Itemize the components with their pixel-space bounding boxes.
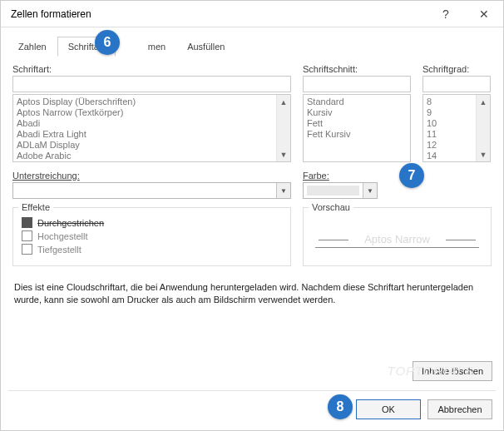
tab-zahlen[interactable]: Zahlen [7, 37, 57, 57]
style-label: Schriftschnitt: [303, 64, 411, 74]
list-item[interactable]: Fett [307, 118, 407, 129]
font-label: Schriftart: [12, 64, 291, 74]
dialog-title: Zellen formatieren [11, 8, 427, 20]
ok-button[interactable]: OK [356, 399, 421, 419]
preview-legend: Vorschau [309, 202, 353, 212]
tab-bar: Zahlen Schriftart Ramen Ausfüllen [1, 27, 503, 56]
list-item[interactable]: Fett Kursiv [307, 129, 407, 140]
chevron-down-icon[interactable]: ▼ [277, 147, 290, 161]
style-input[interactable] [303, 76, 411, 92]
cancel-button[interactable]: Abbrechen [427, 399, 492, 419]
font-listbox[interactable]: Aptos Display (Überschriften) Aptos Narr… [12, 94, 291, 162]
clear-contents-button[interactable]: Inhalte löschen [413, 361, 492, 381]
close-button[interactable]: ✕ [465, 1, 503, 27]
checkbox-icon [22, 230, 32, 241]
size-scrollbar[interactable]: ▲ ▼ [476, 95, 490, 161]
style-listbox[interactable]: Standard Kursiv Fett Fett Kursiv [303, 94, 411, 162]
annotation-badge-8: 8 [328, 394, 353, 419]
list-item[interactable]: 12 [427, 140, 472, 151]
list-item[interactable]: Abadi Extra Light [17, 129, 273, 140]
effects-group: Effekte Durchgestrichen Hochgestellt Tie… [12, 207, 291, 266]
list-item[interactable]: Aptos Display (Überschriften) [17, 97, 273, 107]
underline-label: Unterstreichung: [12, 171, 291, 181]
tab-rahmen[interactable]: Ramen [116, 37, 176, 57]
font-input[interactable] [12, 76, 291, 92]
underline-combo[interactable]: ▼ [12, 182, 291, 199]
chevron-down-icon[interactable]: ▼ [363, 183, 377, 198]
list-item[interactable]: Kursiv [307, 107, 407, 118]
divider [8, 390, 496, 391]
size-label: Schriftgrad: [422, 64, 491, 74]
annotation-badge-6: 6 [95, 30, 120, 55]
annotation-badge-7: 7 [399, 163, 424, 188]
chevron-down-icon[interactable]: ▼ [276, 183, 290, 198]
preview-group: Vorschau Aptos Narrow [303, 207, 492, 266]
list-item[interactable]: 14 [427, 151, 472, 161]
list-item[interactable]: Standard [307, 97, 407, 107]
chevron-down-icon[interactable]: ▼ [477, 147, 490, 161]
size-listbox[interactable]: 8 9 10 11 12 14 ▲ ▼ [422, 94, 491, 162]
list-item[interactable]: 8 [427, 97, 472, 107]
list-item[interactable]: Adobe Arabic [17, 151, 273, 161]
chevron-up-icon[interactable]: ▲ [477, 95, 490, 109]
checkbox-icon [22, 217, 32, 228]
chevron-up-icon[interactable]: ▲ [277, 95, 290, 109]
color-combo[interactable]: ▼ [303, 182, 378, 199]
checkbox-strikethrough[interactable]: Durchgestrichen [22, 217, 282, 228]
list-item[interactable]: 10 [427, 118, 472, 129]
checkbox-subscript[interactable]: Tiefgestellt [22, 244, 282, 255]
info-text: Dies ist eine Cloudschriftart, die bei A… [14, 281, 490, 306]
tab-ausfuellen[interactable]: Ausfüllen [176, 37, 235, 57]
size-input[interactable] [422, 76, 491, 92]
list-item[interactable]: Abadi [17, 118, 273, 129]
list-item[interactable]: ADLaM Display [17, 140, 273, 151]
preview-sample: Aptos Narrow [315, 220, 479, 248]
color-label: Farbe: [303, 171, 378, 181]
effects-legend: Effekte [18, 202, 53, 212]
checkbox-icon [22, 244, 32, 255]
list-item[interactable]: Aptos Narrow (Textkörper) [17, 107, 273, 118]
help-button[interactable]: ? [427, 1, 465, 27]
font-scrollbar[interactable]: ▲ ▼ [276, 95, 290, 161]
list-item[interactable]: 9 [427, 107, 472, 118]
list-item[interactable]: 11 [427, 129, 472, 140]
checkbox-superscript[interactable]: Hochgestellt [22, 230, 282, 241]
